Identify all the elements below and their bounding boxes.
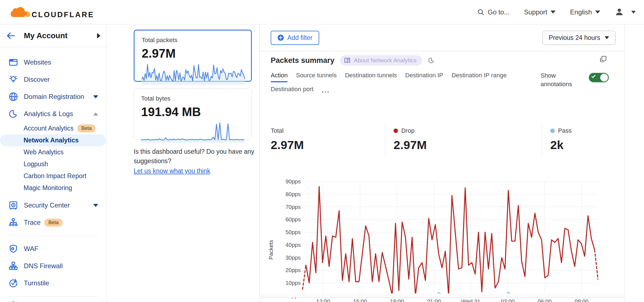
globe-icon <box>8 92 18 102</box>
book-icon <box>344 57 351 63</box>
feedback-block: Is this dashboard useful? Do you have an… <box>134 147 267 176</box>
plus-circle-icon <box>277 34 284 41</box>
total-packets-sparkline <box>142 62 245 85</box>
chevron-down-icon <box>595 11 600 14</box>
sidebar-item-websites[interactable]: Websites <box>0 54 107 71</box>
y-axis-ticks: 0pps10pps20pps30pps40pps50pps60pps70pps8… <box>276 181 301 296</box>
tab-action[interactable]: Action <box>271 70 288 83</box>
top-header: CLOUDFLARE Go to... Support English <box>0 0 644 24</box>
sidebar-divider <box>8 296 98 296</box>
sidebar-item-analytics-logs[interactable]: Analytics & Logs <box>0 105 107 122</box>
chevron-down-icon <box>551 11 556 14</box>
account-title: My Account <box>24 31 68 40</box>
chevron-down-icon <box>93 95 98 98</box>
goto-label: Go to... <box>488 8 510 16</box>
sidebar-item-label: Websites <box>24 58 51 66</box>
lightbulb-icon <box>8 75 18 85</box>
tab-source-tunnels[interactable]: Source tunnels <box>296 70 337 83</box>
chevron-down-icon <box>93 204 98 207</box>
drop-legend-dot <box>394 129 398 133</box>
sidebar-item-partial[interactable] <box>0 301 107 302</box>
chevron-right-icon[interactable] <box>97 33 100 39</box>
burst-icon <box>8 301 18 302</box>
sidebar-item-label: Analytics & Logs <box>24 110 73 118</box>
sidebar-item-label: Security Center <box>24 201 70 209</box>
pass-legend-dot <box>550 129 555 133</box>
tab-destination-tunnels[interactable]: Destination tunnels <box>345 70 397 83</box>
data-window-pie-icon[interactable] <box>428 57 435 64</box>
add-filter-button[interactable]: Add filter <box>271 31 319 45</box>
safe-icon <box>8 200 18 210</box>
feedback-question: Is this dashboard useful? Do you have an… <box>134 147 267 166</box>
sidebar-item-logpush[interactable]: Logpush <box>0 158 107 170</box>
stat-pass[interactable]: Pass 2k <box>542 124 609 155</box>
tabs-overflow-button[interactable]: ... <box>322 83 330 98</box>
total-packets-card[interactable]: Total packets 2.97M <box>134 30 252 82</box>
sidebar-item-label: Turnstile <box>24 279 49 287</box>
shield-gear-icon <box>8 244 18 254</box>
sidebar-item-dns-firewall[interactable]: DNS Firewall <box>0 257 107 275</box>
tab-destination-port[interactable]: Destination port <box>271 83 313 98</box>
cloudflare-logo[interactable]: CLOUDFLARE <box>8 5 94 20</box>
beta-badge: Beta <box>77 124 95 132</box>
expand-panel-icon[interactable] <box>599 55 607 63</box>
sidebar-item-account-analytics[interactable]: Account Analytics Beta <box>0 122 107 134</box>
user-menu[interactable] <box>615 7 636 17</box>
filter-bar: Add filter Previous 24 hours <box>260 24 624 51</box>
stat-drop[interactable]: Drop 2.97M <box>385 124 542 155</box>
analytics-panel: Add filter Previous 24 hours Packets sum… <box>259 24 625 302</box>
card-value: 191.94 MB <box>141 105 244 119</box>
sidebar: My Account Websites Discover <box>0 24 107 302</box>
total-bytes-card[interactable]: Total bytes 191.94 MB <box>134 89 252 140</box>
sidebar-item-turnstile[interactable]: Turnstile <box>0 275 107 292</box>
summary-column: Total packets 2.97M Total bytes 191.94 M… <box>107 24 259 302</box>
goto-search[interactable]: Go to... <box>477 8 510 16</box>
sidebar-item-label: Discover <box>24 76 50 83</box>
user-icon <box>615 7 624 17</box>
check-icon <box>591 74 596 78</box>
card-title: Total packets <box>142 37 244 44</box>
breakdown-tabs: Action Source tunnels Destination tunnel… <box>271 70 515 98</box>
card-value: 2.97M <box>142 47 244 60</box>
packets-timeseries-chart: Packets 0pps10pps20pps30pps40pps50pps60p… <box>260 176 624 296</box>
sidebar-item-label: Domain Registration <box>24 93 84 101</box>
next-section-top <box>260 293 624 298</box>
show-annotations-control: Show annotations <box>541 71 609 88</box>
language-menu[interactable]: English <box>570 8 600 16</box>
sidebar-item-domain-registration[interactable]: Domain Registration <box>0 88 107 105</box>
sidebar-item-trace[interactable]: Trace Beta <box>0 214 107 231</box>
sidebar-item-magic-monitoring[interactable]: Magic Monitoring <box>0 182 107 194</box>
browser-icon <box>8 57 18 67</box>
chevron-down-icon <box>605 36 609 39</box>
x-axis-ticks: 12:0015:0018:0021:00Wed 3103:0006:0009:0… <box>303 298 598 302</box>
trace-tree-icon <box>8 217 18 227</box>
section-title: Packets summary <box>271 56 334 65</box>
sidebar-item-label: Trace <box>24 219 40 226</box>
search-icon <box>477 9 485 16</box>
packets-summary-section: Packets summary About Network Analytics <box>260 51 624 298</box>
sidebar-item-network-analytics[interactable]: Network Analytics <box>0 134 106 146</box>
tab-destination-ip[interactable]: Destination IP <box>405 70 443 83</box>
support-menu[interactable]: Support <box>524 8 556 16</box>
sidebar-item-carbon-impact-report[interactable]: Carbon Impact Report <box>0 170 107 182</box>
account-header: My Account <box>0 24 107 47</box>
sidebar-nav: Websites Discover Domain Registration <box>0 47 107 302</box>
annotations-toggle[interactable] <box>589 73 609 82</box>
about-network-analytics-badge[interactable]: About Network Analytics <box>340 55 422 66</box>
sidebar-item-label: DNS Firewall <box>24 262 63 270</box>
feedback-link[interactable]: Let us know what you think <box>134 167 210 175</box>
sidebar-item-security-center[interactable]: Security Center <box>0 197 107 214</box>
sidebar-item-web-analytics[interactable]: Web Analytics <box>0 146 107 158</box>
show-annotations-label: Show annotations <box>541 71 577 88</box>
pie-chart-icon <box>8 109 18 119</box>
sidebar-item-label: WAF <box>24 245 38 253</box>
plot-area <box>303 181 598 296</box>
support-label: Support <box>524 8 547 16</box>
sidebar-item-waf[interactable]: WAF <box>0 240 107 257</box>
back-arrow-icon[interactable] <box>6 32 16 40</box>
sidebar-item-discover[interactable]: Discover <box>0 71 107 88</box>
chevron-down-icon <box>631 11 636 14</box>
tab-destination-ip-range[interactable]: Destination IP range <box>452 70 507 83</box>
time-range-dropdown[interactable]: Previous 24 hours <box>542 31 615 45</box>
dns-tree-icon <box>8 261 18 271</box>
